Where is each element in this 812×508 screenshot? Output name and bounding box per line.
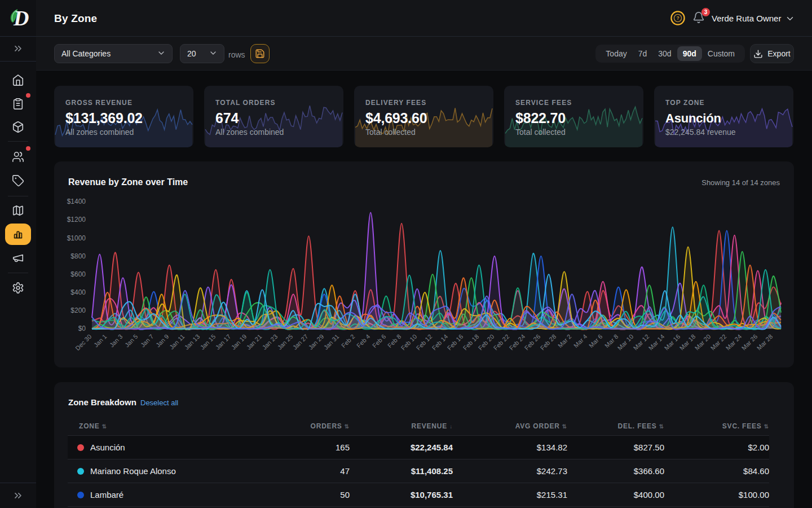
svg-text:Mar 26: Mar 26 bbox=[740, 333, 759, 352]
svg-text:Jan 25: Jan 25 bbox=[276, 333, 294, 351]
svg-text:Jan 27: Jan 27 bbox=[292, 333, 310, 351]
svg-text:Feb 16: Feb 16 bbox=[446, 333, 465, 352]
svg-text:Jan 7: Jan 7 bbox=[139, 333, 155, 349]
svg-text:Feb 20: Feb 20 bbox=[477, 333, 496, 352]
svg-text:Jan 19: Jan 19 bbox=[230, 333, 248, 351]
svg-text:D: D bbox=[13, 6, 29, 30]
svg-text:Jan 17: Jan 17 bbox=[214, 333, 232, 351]
svg-text:Mar 4: Mar 4 bbox=[572, 333, 588, 349]
svg-text:Mar 2: Mar 2 bbox=[557, 333, 572, 349]
svg-text:$600: $600 bbox=[70, 270, 86, 278]
svg-text:Feb 24: Feb 24 bbox=[508, 333, 527, 352]
svg-text:Jan 5: Jan 5 bbox=[123, 333, 139, 349]
svg-text:Jan 23: Jan 23 bbox=[261, 333, 279, 351]
svg-text:Feb 14: Feb 14 bbox=[431, 333, 449, 352]
svg-text:$400: $400 bbox=[70, 288, 86, 296]
svg-text:Jan 29: Jan 29 bbox=[307, 333, 325, 351]
svg-text:Jan 11: Jan 11 bbox=[168, 333, 186, 351]
svg-text:Jan 3: Jan 3 bbox=[108, 333, 124, 349]
svg-text:Mar 20: Mar 20 bbox=[694, 333, 712, 352]
svg-text:?: ? bbox=[676, 15, 679, 21]
svg-text:Feb 18: Feb 18 bbox=[462, 333, 480, 352]
svg-text:Jan 31: Jan 31 bbox=[323, 333, 341, 351]
svg-text:Jan 15: Jan 15 bbox=[199, 333, 217, 351]
svg-text:Mar 28: Mar 28 bbox=[756, 333, 774, 352]
svg-text:Jan 21: Jan 21 bbox=[245, 333, 263, 351]
svg-text:$1000: $1000 bbox=[67, 234, 86, 242]
svg-text:Mar 16: Mar 16 bbox=[663, 333, 682, 352]
svg-text:Feb 26: Feb 26 bbox=[523, 333, 542, 352]
svg-text:Feb 12: Feb 12 bbox=[415, 333, 434, 352]
svg-text:Feb 28: Feb 28 bbox=[539, 333, 558, 352]
svg-text:Mar 10: Mar 10 bbox=[616, 333, 635, 352]
svg-text:Feb 6: Feb 6 bbox=[371, 333, 387, 349]
svg-text:$0: $0 bbox=[78, 325, 86, 332]
svg-text:Mar 12: Mar 12 bbox=[632, 333, 651, 352]
svg-text:Mar 22: Mar 22 bbox=[709, 333, 728, 352]
svg-text:Mar 14: Mar 14 bbox=[647, 333, 666, 352]
svg-text:Mar 24: Mar 24 bbox=[725, 333, 743, 352]
svg-text:Jan 13: Jan 13 bbox=[183, 333, 201, 351]
svg-text:Feb 22: Feb 22 bbox=[492, 333, 511, 352]
svg-text:Dec 30: Dec 30 bbox=[74, 333, 92, 352]
svg-text:Feb 10: Feb 10 bbox=[400, 333, 418, 352]
svg-text:$800: $800 bbox=[70, 252, 86, 260]
svg-text:$200: $200 bbox=[70, 306, 86, 314]
svg-text:Mar 18: Mar 18 bbox=[678, 333, 697, 352]
svg-text:$1200: $1200 bbox=[67, 216, 86, 224]
svg-text:Feb 4: Feb 4 bbox=[355, 333, 371, 349]
svg-text:Jan 9: Jan 9 bbox=[155, 333, 170, 349]
svg-text:Jan 1: Jan 1 bbox=[92, 333, 108, 349]
svg-text:Mar 6: Mar 6 bbox=[588, 333, 603, 349]
svg-text:Feb 2: Feb 2 bbox=[340, 333, 356, 349]
svg-text:$1400: $1400 bbox=[67, 198, 86, 205]
